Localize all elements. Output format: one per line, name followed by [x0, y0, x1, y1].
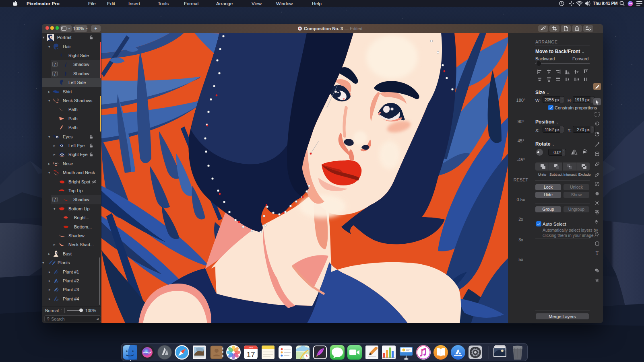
svg-text:JAN: JAN: [248, 346, 253, 349]
svg-text:17: 17: [246, 350, 255, 359]
svg-text:T: T: [596, 250, 599, 255]
